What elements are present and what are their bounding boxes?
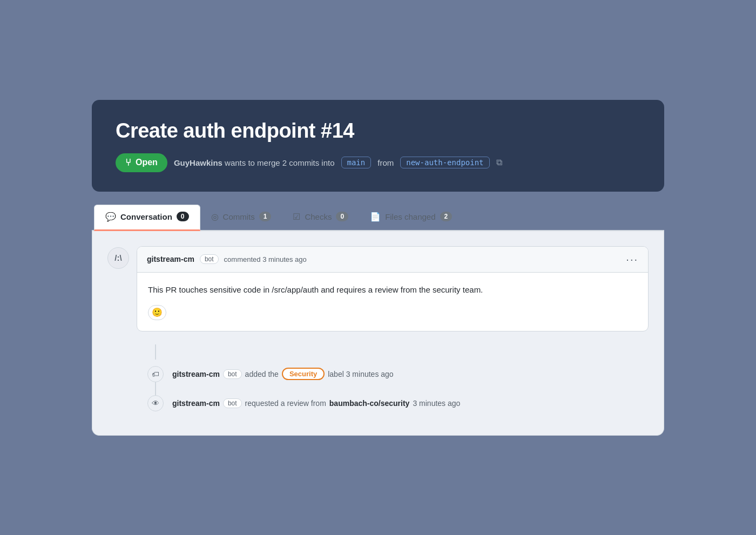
open-badge: ⑂ Open (116, 153, 167, 172)
header-card: Create auth endpoint #14 ⑂ Open GuyHawki… (92, 100, 664, 192)
security-label: Security (282, 368, 325, 380)
pr-merge-icon: ⑂ (125, 157, 131, 168)
tab-checks-count: 0 (336, 212, 348, 221)
timeline-bot-tag-1: bot (223, 369, 242, 379)
open-badge-label: Open (136, 158, 158, 167)
comment-text: This PR touches sensitive code in /src/a… (148, 283, 637, 296)
more-options-button[interactable]: ··· (626, 253, 638, 266)
tabs-bar: 💬 Conversation 0 ◎ Commits 1 ☑ Checks 0 … (92, 205, 664, 231)
pr-author: GuyHawkins wants to merge 2 commits into (174, 158, 335, 167)
tab-commits[interactable]: ◎ Commits 1 (200, 205, 282, 231)
timeline-text-review: gitstream-cm bot requested a review from… (172, 398, 460, 408)
base-branch-tag[interactable]: main (341, 157, 372, 168)
tab-files-changed-count: 2 (440, 212, 453, 221)
tab-conversation-label: Conversation (120, 212, 172, 221)
tab-conversation-count: 0 (177, 212, 189, 221)
comment-row: /:\ gitstream-cm bot commented 3 minutes… (107, 246, 649, 418)
timeline-text-after-1: label 3 minutes ago (328, 370, 393, 378)
tab-commits-count: 1 (259, 212, 272, 221)
conversation-icon: 💬 (105, 212, 116, 222)
timeline-text-before-2: requested a review from (245, 399, 326, 408)
timeline-text-before-1: added the (245, 370, 279, 378)
comment-time: commented 3 minutes ago (224, 255, 307, 263)
pr-title: Create auth endpoint #14 (116, 119, 640, 143)
tab-conversation[interactable]: 💬 Conversation 0 (94, 205, 200, 231)
tab-commits-label: Commits (223, 212, 255, 221)
page-container: Create auth endpoint #14 ⑂ Open GuyHawki… (92, 100, 664, 436)
commenter-name: gitstream-cm (147, 255, 194, 263)
timeline-item-label: 🏷 gitstream-cm bot added the Security la… (147, 360, 649, 389)
bot-tag: bot (200, 254, 219, 264)
tab-checks[interactable]: ☑ Checks 0 (282, 205, 359, 231)
files-changed-icon: 📄 (370, 212, 381, 222)
avatar: /:\ (107, 247, 129, 269)
head-branch-tag[interactable]: new-auth-endpoint (400, 157, 489, 168)
review-icon: 👁 (147, 395, 164, 411)
commits-icon: ◎ (211, 212, 219, 222)
emoji-reaction-button[interactable]: 🙂 (148, 305, 166, 320)
tab-files-changed[interactable]: 📄 Files changed 2 (359, 205, 463, 231)
copy-icon[interactable]: ⧉ (496, 158, 502, 167)
timeline-item-review: 👁 gitstream-cm bot requested a review fr… (147, 389, 649, 418)
tab-checks-label: Checks (305, 212, 332, 221)
checks-icon: ☑ (293, 212, 300, 222)
timeline-bold-2: baumbach-co/security (329, 399, 410, 408)
timeline: 🏷 gitstream-cm bot added the Security la… (137, 360, 649, 418)
smiley-icon: 🙂 (152, 307, 163, 317)
comment-body: This PR touches sensitive code in /src/a… (137, 273, 648, 331)
comment-header-left: gitstream-cm bot commented 3 minutes ago (147, 254, 307, 264)
timeline-text-label: gitstream-cm bot added the Security labe… (172, 368, 394, 380)
timeline-text-after-2: 3 minutes ago (413, 399, 460, 408)
comment-card: gitstream-cm bot commented 3 minutes ago… (137, 246, 649, 331)
from-text: from (377, 158, 394, 167)
connector-line (155, 344, 156, 360)
main-content: /:\ gitstream-cm bot commented 3 minutes… (92, 231, 664, 436)
comment-header: gitstream-cm bot commented 3 minutes ago… (137, 247, 648, 273)
label-icon: 🏷 (147, 366, 164, 382)
tab-files-changed-label: Files changed (385, 212, 435, 221)
timeline-bot-tag-2: bot (223, 398, 242, 408)
timeline-actor-2: gitstream-cm (172, 399, 220, 408)
comment-card-wrapper: gitstream-cm bot commented 3 minutes ago… (137, 246, 649, 418)
pr-meta: ⑂ Open GuyHawkins wants to merge 2 commi… (116, 153, 640, 172)
timeline-actor-1: gitstream-cm (172, 370, 220, 378)
